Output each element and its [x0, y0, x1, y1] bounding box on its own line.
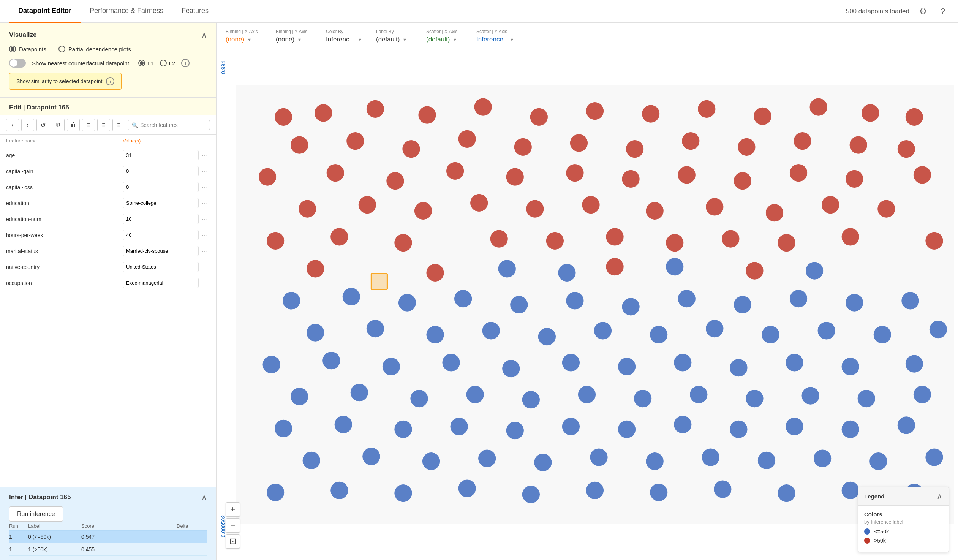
svg-point-12	[861, 104, 879, 122]
row-menu-btn[interactable]: ···	[199, 184, 210, 191]
infer-collapse-btn[interactable]: ∧	[201, 493, 207, 502]
feature-value-input[interactable]	[123, 166, 199, 176]
tab-datapoint-editor[interactable]: Datapoint Editor	[9, 0, 81, 23]
infer-score: 0.547	[81, 534, 177, 540]
help-icon[interactable]: ?	[937, 5, 949, 17]
row-menu-btn[interactable]: ···	[199, 216, 210, 223]
zoom-fit-btn[interactable]: ⊡	[226, 534, 240, 549]
zoom-in-btn[interactable]: +	[226, 502, 240, 517]
align-center-btn[interactable]: ≡	[97, 119, 110, 132]
svg-point-89	[818, 322, 835, 339]
svg-point-104	[290, 388, 308, 405]
svg-point-23	[793, 132, 811, 150]
svg-point-13	[906, 108, 923, 126]
binning-y-select[interactable]: (none) ▾	[276, 36, 314, 45]
feature-value-input[interactable]	[123, 262, 199, 272]
radio-partial-dependence[interactable]: Partial dependence plots	[59, 46, 131, 52]
svg-point-113	[801, 387, 819, 405]
infer-section: Infer | Datapoint 165 ∧ Run inference Ru…	[0, 487, 216, 560]
color-by-select[interactable]: Inferenc... ▾	[326, 36, 364, 45]
svg-point-146	[650, 484, 668, 501]
svg-point-72	[510, 296, 528, 313]
row-menu-btn[interactable]: ···	[199, 264, 210, 271]
binning-x-select[interactable]: (none) ▾	[226, 36, 263, 45]
l2-option[interactable]: L2	[160, 60, 176, 67]
scatter-x-arrow: ▾	[454, 36, 456, 43]
svg-point-142	[394, 484, 412, 502]
row-menu-btn[interactable]: ···	[199, 200, 210, 207]
svg-point-38	[298, 200, 316, 218]
tab-features[interactable]: Features	[173, 0, 218, 23]
svg-point-26	[259, 168, 276, 186]
svg-point-3	[366, 100, 384, 118]
feature-value-input[interactable]	[123, 182, 199, 192]
feature-value-input[interactable]	[123, 198, 199, 208]
svg-point-147	[714, 480, 731, 498]
counterfactual-label: Show nearest counterfactual datapoint	[32, 60, 129, 67]
zoom-out-btn[interactable]: −	[226, 518, 240, 533]
svg-point-49	[266, 232, 284, 250]
row-menu-btn[interactable]: ···	[199, 248, 210, 255]
next-btn[interactable]: ›	[21, 119, 34, 132]
svg-point-148	[777, 484, 795, 502]
svg-point-10	[753, 108, 771, 125]
legend-collapse-btn[interactable]: ∧	[937, 492, 942, 501]
scatter-y-select[interactable]: Inference : ▾	[476, 36, 514, 45]
svg-point-96	[502, 360, 520, 377]
align-left-btn[interactable]: ≡	[82, 119, 95, 132]
search-icon: 🔍	[132, 122, 138, 128]
nav-right: 500 datapoints loaded ⚙ ?	[846, 5, 949, 17]
svg-point-50	[330, 228, 348, 246]
feature-value-input[interactable]	[123, 230, 199, 240]
tab-performance-fairness[interactable]: Performance & Fairness	[81, 0, 173, 23]
legend-item-label: >50k	[874, 538, 886, 544]
l-info-icon[interactable]: i	[181, 59, 190, 67]
svg-point-131	[478, 450, 496, 467]
copy-btn[interactable]: ⧉	[52, 119, 65, 132]
svg-point-65	[558, 264, 576, 281]
svg-point-1	[274, 108, 292, 126]
history-btn[interactable]: ↺	[36, 119, 49, 132]
l1-option[interactable]: L1	[138, 60, 154, 67]
svg-point-14	[290, 136, 308, 154]
legend-title: Legend	[864, 493, 884, 500]
feature-value-input[interactable]	[123, 150, 199, 160]
gear-icon[interactable]: ⚙	[917, 5, 929, 17]
delete-btn[interactable]: 🗑	[67, 119, 80, 132]
row-menu-btn[interactable]: ···	[199, 152, 210, 159]
similarity-info-icon[interactable]: i	[106, 77, 114, 86]
svg-point-45	[706, 198, 723, 216]
scatter-x-select[interactable]: (default) ▾	[426, 36, 464, 45]
label-by-select[interactable]: (default) ▾	[376, 36, 414, 45]
row-menu-btn[interactable]: ···	[199, 280, 210, 286]
row-menu-btn[interactable]: ···	[199, 232, 210, 239]
visualize-collapse-btn[interactable]: ∧	[201, 30, 207, 40]
svg-point-24	[850, 136, 867, 154]
row-menu-btn[interactable]: ···	[199, 168, 210, 175]
radio-datapoints[interactable]: Datapoints	[9, 46, 46, 52]
infer-label: 0 (<=50k)	[28, 534, 81, 540]
svg-rect-151	[371, 274, 387, 289]
counterfactual-toggle-row: Show nearest counterfactual datapoint L1…	[9, 59, 207, 68]
svg-point-81	[366, 320, 384, 337]
counterfactual-toggle[interactable]	[9, 59, 26, 68]
search-input[interactable]	[140, 122, 206, 128]
feature-value-input[interactable]	[123, 246, 199, 256]
run-inference-btn[interactable]: Run inference	[9, 506, 63, 522]
feature-value-input[interactable]	[123, 214, 199, 224]
svg-point-85	[594, 322, 612, 339]
infer-delta	[177, 546, 207, 552]
similarity-btn[interactable]: Show similarity to selected datapoint i	[9, 73, 122, 90]
table-row: age ···	[0, 148, 216, 163]
feature-value-input[interactable]	[123, 278, 199, 288]
svg-point-80	[306, 324, 324, 341]
svg-point-121	[562, 417, 580, 435]
align-right-btn[interactable]: ≡	[113, 119, 125, 132]
svg-point-68	[282, 292, 300, 309]
color-by-arrow: ▾	[358, 36, 361, 43]
svg-point-117	[335, 416, 352, 433]
svg-point-137	[814, 450, 831, 467]
svg-point-46	[766, 204, 783, 222]
prev-btn[interactable]: ‹	[6, 119, 19, 132]
scatter-x-control: Scatter | X-Axis (default) ▾	[426, 29, 464, 45]
